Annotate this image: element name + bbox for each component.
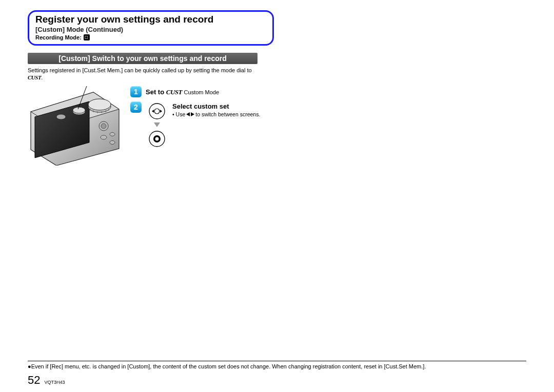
svg-point-18: [154, 109, 160, 114]
svg-point-9: [73, 107, 85, 113]
camera-illustration: [28, 86, 122, 168]
page-number: 52: [28, 374, 40, 387]
footer-rule: [28, 361, 526, 361]
dpad-top-icon: [148, 102, 166, 120]
step-badge-2: 2: [130, 101, 142, 113]
camera-icon: [28, 86, 122, 166]
content-row: 1 Set to CUST Custom Mode 2: [28, 86, 526, 168]
svg-point-1: [88, 99, 111, 110]
svg-point-16: [110, 141, 115, 145]
svg-point-15: [110, 133, 115, 136]
section-heading: [Custom] Switch to your own settings and…: [28, 53, 258, 64]
dpad-illustration: [146, 102, 168, 148]
svg-point-13: [101, 123, 106, 129]
header-subtitle: [Custom] Mode (Continued): [35, 26, 266, 34]
down-arrow-icon: [153, 121, 161, 129]
dpad-bottom-icon: [148, 130, 166, 148]
svg-point-10: [56, 114, 66, 119]
svg-point-24: [155, 137, 159, 141]
triangle-left-icon: [186, 112, 190, 116]
steps-column: 1 Set to CUST Custom Mode 2: [130, 86, 526, 168]
step-badge-1: 1: [130, 86, 142, 97]
step-2-title: Select custom set: [172, 102, 260, 110]
step-1: 1 Set to CUST Custom Mode: [130, 86, 526, 97]
step-2-sub: • Use to switch between screens.: [172, 111, 260, 117]
step-2: 2: [130, 101, 526, 148]
triangle-right-icon: [191, 112, 194, 116]
doc-code: VQT3H43: [44, 380, 65, 385]
recording-mode-row: Recording Mode: ⬚: [35, 34, 266, 41]
step-1-title: Set to CUST: [146, 88, 184, 96]
header-box: Register your own settings and record [C…: [28, 10, 274, 46]
svg-marker-21: [154, 122, 160, 127]
footnote: ●Even if [Rec] menu, etc. is changed in …: [28, 363, 526, 370]
intro-text: Settings registered in [Cust.Set Mem.] c…: [28, 67, 258, 81]
page-footer: 52 VQT3H43: [28, 374, 526, 387]
svg-point-14: [101, 135, 107, 139]
page-title: Register your own settings and record: [35, 14, 266, 26]
custom-mode-icon: ⬚: [84, 34, 90, 40]
